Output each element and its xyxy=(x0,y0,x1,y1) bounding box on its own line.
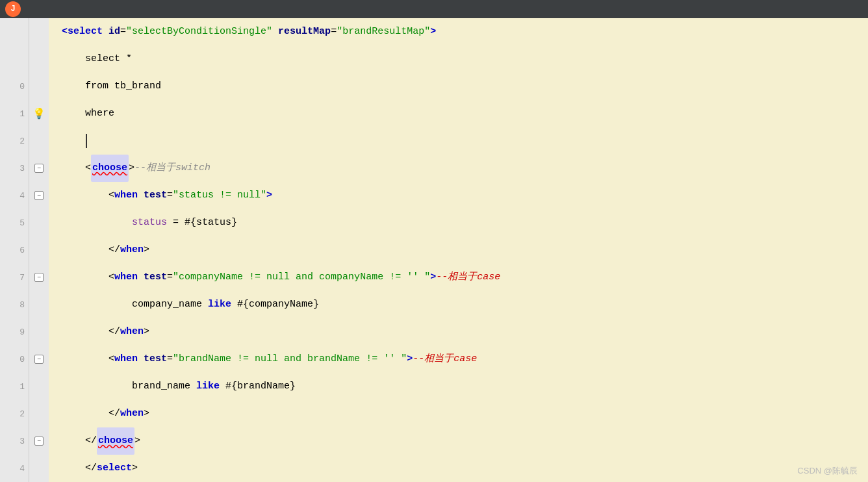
code-token: when xyxy=(120,318,144,346)
line-number: 4 xyxy=(0,182,29,209)
line-number: 0 xyxy=(0,346,29,373)
gutter-cell xyxy=(29,209,49,236)
code-line[interactable]: <select id="selectByConditionSingle" res… xyxy=(49,18,868,45)
gutter-cell[interactable]: − xyxy=(29,182,49,209)
code-token: select * xyxy=(62,45,132,73)
code-token: when xyxy=(114,346,138,373)
code-token xyxy=(138,182,144,209)
code-line[interactable]: </when> xyxy=(49,236,868,264)
code-token: brand_name xyxy=(62,373,196,400)
line-number xyxy=(0,45,29,73)
code-line[interactable]: </choose> xyxy=(49,427,868,455)
code-line[interactable]: <when test="companyName != null and comp… xyxy=(49,264,868,291)
top-bar: J xyxy=(0,0,868,18)
line-number: 0 xyxy=(0,73,29,100)
gutter-cell xyxy=(29,400,49,427)
code-token: > xyxy=(430,264,436,291)
code-token: = xyxy=(120,18,126,45)
bulb-icon[interactable]: 💡 xyxy=(33,108,45,120)
code-token xyxy=(62,209,132,236)
gutter-cell xyxy=(29,45,49,73)
code-token: when xyxy=(114,264,138,291)
code-token: where xyxy=(62,100,114,127)
code-token: </ xyxy=(62,455,97,482)
code-token: > xyxy=(430,18,436,45)
line-number: 2 xyxy=(0,400,29,427)
line-number: 1 xyxy=(0,373,29,400)
code-line[interactable] xyxy=(49,127,868,155)
code-token: > xyxy=(144,400,149,427)
code-token: "status != null" xyxy=(173,182,266,209)
editor-main: 012345678901234 💡−−−−− <select id="selec… xyxy=(0,18,868,482)
code-token: "selectByConditionSingle" xyxy=(126,18,272,45)
code-token xyxy=(62,127,85,155)
line-number: 6 xyxy=(0,236,29,264)
fold-icon[interactable]: − xyxy=(34,164,44,173)
fold-icon[interactable]: − xyxy=(34,355,44,364)
line-number: 9 xyxy=(0,318,29,346)
code-token: > xyxy=(266,182,272,209)
code-line[interactable]: </select> xyxy=(49,455,868,482)
gutter-cell xyxy=(29,127,49,155)
code-line[interactable]: </when> xyxy=(49,318,868,346)
gutter-cell xyxy=(29,373,49,400)
editor-wrapper: J 012345678901234 💡−−−−− <select id="sel… xyxy=(0,0,868,482)
code-token: choose xyxy=(91,155,129,182)
line-numbers: 012345678901234 xyxy=(0,18,29,482)
gutter-cell xyxy=(29,18,49,45)
code-line[interactable]: <when test="brandName != null and brandN… xyxy=(49,346,868,373)
code-line[interactable]: <choose>--相当于switch xyxy=(49,155,868,182)
code-token: status xyxy=(132,209,167,236)
code-token: company_name xyxy=(62,291,208,318)
code-token: </ xyxy=(62,236,120,264)
code-token: select xyxy=(97,455,132,482)
gutter-cell[interactable]: − xyxy=(29,346,49,373)
code-token: = xyxy=(167,264,173,291)
code-line[interactable]: where xyxy=(49,100,868,127)
code-area[interactable]: <select id="selectByConditionSingle" res… xyxy=(49,18,868,482)
gutter-cell[interactable]: − xyxy=(29,264,49,291)
code-token: when xyxy=(120,236,144,264)
code-token: </ xyxy=(62,427,97,455)
code-token: > xyxy=(129,155,134,182)
code-line[interactable]: company_name like #{companyName} xyxy=(49,291,868,318)
code-token: id xyxy=(108,18,120,45)
code-token: < xyxy=(62,264,114,291)
code-token: </ xyxy=(62,318,120,346)
code-token: from tb_brand xyxy=(62,73,161,100)
code-token: = xyxy=(167,182,173,209)
code-token: "companyName != null and companyName != … xyxy=(173,264,430,291)
gutter-cell xyxy=(29,291,49,318)
gutter-cell[interactable]: − xyxy=(29,427,49,455)
gutter-cell xyxy=(29,455,49,482)
code-line[interactable]: </when> xyxy=(49,400,868,427)
fold-icon[interactable]: − xyxy=(34,437,44,446)
line-number: 4 xyxy=(0,455,29,482)
code-line[interactable]: from tb_brand xyxy=(49,73,868,100)
code-token: > xyxy=(144,318,149,346)
gutter-icons[interactable]: 💡−−−−− xyxy=(29,18,49,482)
code-token: < xyxy=(62,346,114,373)
watermark: CSDN @陈毓辰 xyxy=(797,465,858,477)
code-token: test xyxy=(144,346,167,373)
logo-text: J xyxy=(10,5,15,14)
code-token: when xyxy=(114,182,138,209)
code-token xyxy=(138,264,144,291)
code-line[interactable]: status = #{status} xyxy=(49,209,868,236)
gutter-cell[interactable]: − xyxy=(29,155,49,182)
gutter-cell xyxy=(29,318,49,346)
code-token: < xyxy=(62,155,91,182)
code-line[interactable]: brand_name like #{brandName} xyxy=(49,373,868,400)
code-token: --相当于switch xyxy=(134,155,211,182)
code-token xyxy=(138,346,144,373)
code-token: <select xyxy=(62,18,108,45)
code-line[interactable]: <when test="status != null"> xyxy=(49,182,868,209)
code-token: test xyxy=(144,264,167,291)
fold-icon[interactable]: − xyxy=(34,273,44,282)
code-line[interactable]: select * xyxy=(49,45,868,73)
code-token: #{brandName} xyxy=(220,373,296,400)
code-token: choose xyxy=(97,427,134,455)
gutter-cell[interactable]: 💡 xyxy=(29,100,49,127)
fold-icon[interactable]: − xyxy=(34,191,44,200)
line-number: 1 xyxy=(0,100,29,127)
